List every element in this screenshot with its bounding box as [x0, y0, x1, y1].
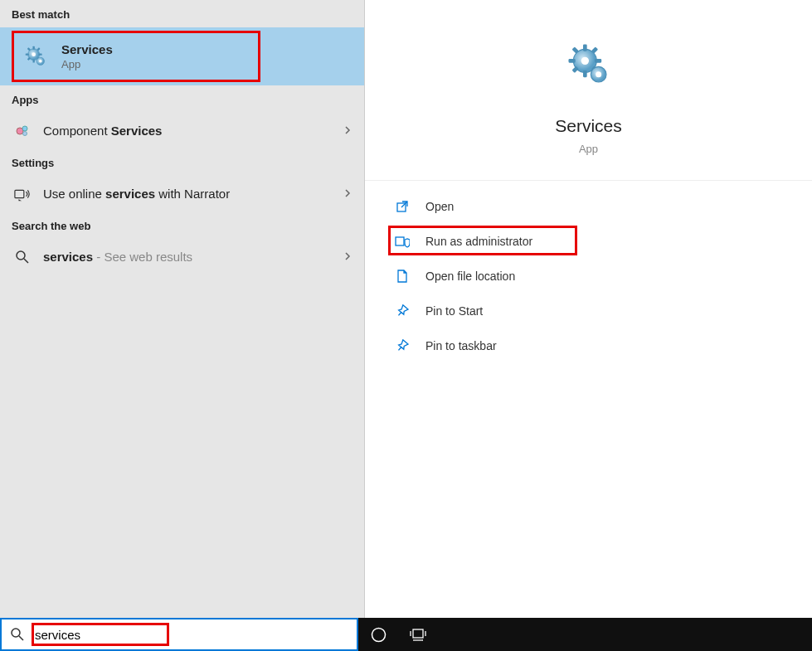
result-component-services[interactable]: Component Services — [0, 113, 364, 148]
svg-point-27 — [581, 57, 588, 65]
component-services-icon — [12, 124, 33, 138]
result-title: Services — [61, 42, 353, 56]
search-icon — [10, 627, 25, 642]
svg-point-16 — [17, 251, 25, 260]
action-pin-to-start[interactable]: Pin to Start — [365, 294, 812, 328]
narrator-icon — [12, 187, 33, 202]
result-title: Component Services — [43, 124, 343, 138]
file-location-icon — [394, 270, 411, 283]
pin-taskbar-icon — [394, 339, 411, 352]
svg-rect-1 — [33, 46, 35, 50]
svg-point-32 — [12, 629, 20, 637]
admin-shield-icon — [394, 235, 411, 248]
action-open-file-location[interactable]: Open file location — [365, 259, 812, 294]
chevron-right-icon[interactable] — [343, 250, 353, 265]
result-title: Use online services with Narrator — [43, 187, 343, 201]
taskbar — [0, 618, 812, 651]
open-icon — [394, 200, 411, 213]
action-label: Pin to Start — [425, 304, 483, 318]
details-subtitle: App — [579, 143, 598, 155]
svg-rect-21 — [568, 59, 575, 63]
svg-rect-3 — [26, 54, 29, 56]
action-label: Pin to taskbar — [425, 339, 497, 352]
chevron-right-icon[interactable] — [343, 124, 353, 138]
best-match-services[interactable]: Services App — [0, 27, 364, 85]
search-icon — [12, 250, 33, 265]
result-title: services - See web results — [43, 250, 343, 264]
pin-start-icon — [394, 304, 411, 318]
action-open[interactable]: Open — [365, 189, 812, 224]
svg-rect-35 — [413, 629, 423, 638]
apps-header: Apps — [0, 85, 364, 113]
details-header: Services App — [365, 0, 812, 181]
cortana-button[interactable] — [358, 618, 398, 651]
best-match-header: Best match — [0, 0, 364, 27]
task-view-button[interactable] — [398, 618, 438, 651]
svg-rect-2 — [33, 60, 35, 63]
svg-line-17 — [24, 259, 28, 263]
svg-rect-19 — [583, 45, 587, 51]
svg-point-11 — [39, 60, 42, 63]
services-gear-icon — [20, 45, 51, 68]
svg-point-34 — [372, 628, 385, 641]
services-large-icon — [566, 41, 612, 91]
result-subtitle: App — [61, 58, 353, 70]
chevron-right-icon[interactable] — [343, 187, 353, 202]
svg-rect-22 — [595, 59, 601, 63]
action-run-as-admin[interactable]: Run as administrator — [365, 224, 812, 259]
result-web-services[interactable]: services - See web results — [0, 239, 364, 274]
svg-rect-4 — [39, 54, 42, 56]
svg-point-29 — [596, 71, 601, 77]
details-panel: Services App Open Run as administrator O… — [365, 0, 812, 618]
details-title: Services — [555, 116, 622, 136]
svg-point-9 — [32, 52, 36, 56]
action-pin-to-taskbar[interactable]: Pin to taskbar — [365, 328, 812, 363]
taskbar-search-box[interactable] — [0, 618, 358, 651]
svg-point-14 — [23, 131, 27, 135]
svg-rect-15 — [15, 190, 24, 197]
settings-header: Settings — [0, 148, 364, 176]
web-header: Search the web — [0, 211, 364, 239]
svg-line-33 — [19, 636, 23, 640]
svg-rect-20 — [583, 70, 587, 77]
action-label: Open — [425, 200, 454, 213]
action-label: Open file location — [425, 270, 515, 283]
result-narrator-services[interactable]: Use online services with Narrator — [0, 176, 364, 211]
search-input[interactable] — [35, 628, 348, 642]
svg-rect-31 — [396, 237, 404, 245]
svg-point-13 — [22, 126, 27, 131]
action-label: Run as administrator — [425, 235, 532, 248]
search-results-panel: Best match Services App Apps — [0, 0, 365, 618]
